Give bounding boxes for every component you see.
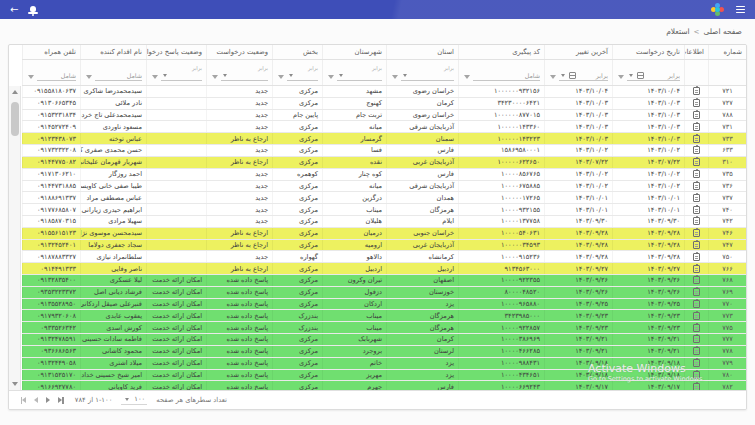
filter-cell-tracking_code[interactable]: شامل <box>458 60 544 85</box>
details-clipboard-icon[interactable] <box>693 324 700 332</box>
details-clipboard-icon[interactable] <box>693 135 700 143</box>
table-row[interactable]: ۷۴۰۱۴۰۳/۱۰/۰۱۱۴۰۳/۱۰/۰۱۱۰۰۰۰۹۳۲۱۵۵هرمزگا… <box>22 204 746 216</box>
chevron-down-icon[interactable] <box>163 74 167 77</box>
details-clipboard-icon[interactable] <box>693 241 700 249</box>
chevron-down-icon[interactable] <box>223 74 227 77</box>
app-logo-icon[interactable] <box>711 3 724 16</box>
filter-funnel-icon[interactable] <box>618 75 624 79</box>
scroll-up-icon[interactable] <box>9 86 21 98</box>
filter-cell-county[interactable]: برابر <box>322 60 386 85</box>
filter-cell-actor_name[interactable]: شامل <box>80 60 146 85</box>
column-header-district[interactable]: بخش <box>272 45 322 59</box>
cell-info[interactable] <box>684 145 708 156</box>
cell-info[interactable] <box>684 157 708 168</box>
column-header-status[interactable]: وضعیت درخواست <box>206 45 272 59</box>
cell-info[interactable] <box>684 275 708 286</box>
cell-info[interactable] <box>684 181 708 192</box>
filter-cell-province[interactable]: برابر <box>386 60 458 85</box>
filter-funnel-icon[interactable] <box>86 75 92 79</box>
previous-page-button[interactable] <box>34 397 38 403</box>
details-clipboard-icon[interactable] <box>693 383 700 390</box>
column-header-info[interactable]: اطلاعات <box>684 45 708 59</box>
column-header-last_change[interactable]: آخرین تغییر <box>544 45 612 59</box>
details-clipboard-icon[interactable] <box>693 371 700 379</box>
cell-info[interactable] <box>684 216 708 227</box>
chevron-down-icon[interactable] <box>561 74 565 77</box>
chevron-down-icon[interactable] <box>629 74 633 77</box>
filter-cell-district[interactable]: برابر <box>272 60 322 85</box>
cell-info[interactable] <box>684 204 708 215</box>
details-clipboard-icon[interactable] <box>693 300 700 308</box>
calendar-icon[interactable] <box>637 72 644 79</box>
vertical-scrollbar[interactable] <box>9 86 21 390</box>
details-clipboard-icon[interactable] <box>693 335 700 343</box>
cell-info[interactable] <box>684 299 708 310</box>
next-page-button[interactable] <box>46 397 50 403</box>
filter-funnel-icon[interactable] <box>550 75 556 79</box>
details-clipboard-icon[interactable] <box>693 347 700 355</box>
first-page-button[interactable] <box>21 397 26 404</box>
filter-input-county[interactable] <box>337 71 382 81</box>
details-clipboard-icon[interactable] <box>693 146 700 154</box>
filter-input-actor_name[interactable]: شامل <box>95 71 142 81</box>
table-row[interactable]: ۷۴۷۱۴۰۳/۰۹/۲۸۱۴۰۳/۰۹/۲۸۱۰۰۰۰۰۳۴۵۹۳آذربای… <box>22 240 746 252</box>
back-icon[interactable]: ← <box>10 5 18 15</box>
cell-info[interactable] <box>684 192 708 203</box>
details-clipboard-icon[interactable] <box>693 170 700 178</box>
filter-cell-phone[interactable]: شامل <box>22 60 80 85</box>
cell-info[interactable] <box>684 310 708 321</box>
filter-funnel-icon[interactable] <box>152 75 158 79</box>
cell-info[interactable] <box>684 240 708 251</box>
last-page-button[interactable] <box>58 397 63 404</box>
chevron-down-icon[interactable] <box>289 74 293 77</box>
filter-input-phone[interactable]: شامل <box>37 71 76 81</box>
cell-info[interactable] <box>684 370 708 381</box>
cell-info[interactable] <box>684 322 708 333</box>
table-row[interactable]: ۷۸۲۱۴۰۳/۰۹/۱۷۱۴۰۳/۰۹/۱۷۱۰۰۰۰۶۶۹۲۴۳فارسجه… <box>22 381 746 390</box>
column-header-response_status[interactable]: وضعیت پاسخ درخواست <box>146 45 206 59</box>
breadcrumb-home-link[interactable]: صفحه اصلی <box>703 27 742 36</box>
cell-info[interactable] <box>684 381 708 390</box>
chevron-down-icon[interactable] <box>403 74 407 77</box>
column-header-tracking_code[interactable]: کد پیگیری <box>458 45 544 59</box>
column-header-id[interactable]: شماره <box>708 45 746 59</box>
table-row[interactable]: ۷۳۵۱۴۰۳/۱۰/۰۲۱۴۰۳/۱۰/۰۲۱۰۰۰۰۸۵۶۷۶۵فارسکو… <box>22 169 746 181</box>
details-clipboard-icon[interactable] <box>693 194 700 202</box>
details-clipboard-icon[interactable] <box>693 253 700 261</box>
filter-cell-response_status[interactable]: برابر <box>146 60 206 85</box>
filter-cell-request_date[interactable]: برابر <box>612 60 684 85</box>
table-row[interactable]: ۳۱۰۱۴۰۳/۰۷/۲۲۱۴۰۳/۰۷/۲۲۱۰۰۰۰۰۶۲۲۶۵۰آذربا… <box>22 157 746 169</box>
cell-info[interactable] <box>684 133 708 144</box>
hamburger-menu-icon[interactable] <box>736 6 745 13</box>
column-header-request_date[interactable]: تاریخ درخواست <box>612 45 684 59</box>
filter-funnel-icon[interactable] <box>212 75 218 79</box>
table-row[interactable]: ۷۶۶۱۴۰۳/۰۹/۲۷۱۴۰۳/۰۹/۲۷۹۱۳۴۵۶۳۰۰۰اردبیلا… <box>22 263 746 275</box>
column-header-actor_name[interactable]: نام اقدام کننده <box>80 45 146 59</box>
table-row[interactable]: ۷۲۷۱۴۰۳/۱۰/۰۳۱۴۰۳/۱۰/۰۳۳۴۲۳۰۰۰۰۶۴۲۱کرمان… <box>22 98 746 110</box>
cell-info[interactable] <box>684 98 708 109</box>
filter-funnel-icon[interactable] <box>328 75 334 79</box>
details-clipboard-icon[interactable] <box>693 158 700 166</box>
filter-funnel-icon[interactable] <box>278 75 284 79</box>
table-row[interactable]: ۷۲۱۱۴۰۳/۱۰/۰۴۱۴۰۳/۱۰/۰۴۱۰۰۰۰۰۰۹۳۲۱۵۶خراس… <box>22 86 746 98</box>
filter-funnel-icon[interactable] <box>28 75 34 79</box>
details-clipboard-icon[interactable] <box>693 87 700 95</box>
calendar-icon[interactable] <box>569 72 576 79</box>
table-row[interactable]: ۷۷۸۱۴۰۳/۰۹/۲۱۱۴۰۳/۰۹/۲۱۱۰۰۰۰۴۶۶۲۸۵لرستان… <box>22 346 746 358</box>
cell-info[interactable] <box>684 251 708 262</box>
filter-cell-status[interactable]: برابر <box>206 60 272 85</box>
table-row[interactable]: ۶۳۳۱۴۰۳/۱۰/۰۲۱۴۰۳/۱۰/۰۲۱۵۸۶۹۵۸۰۰۰۱فارسفس… <box>22 145 746 157</box>
column-header-phone[interactable]: تلفن همراه <box>22 45 80 59</box>
details-clipboard-icon[interactable] <box>693 276 700 284</box>
details-clipboard-icon[interactable] <box>693 206 700 214</box>
cell-info[interactable] <box>684 346 708 357</box>
column-header-county[interactable]: شهرستان <box>322 45 386 59</box>
table-row[interactable]: ۷۵۰۱۴۰۳/۰۹/۲۸۱۴۰۳/۰۹/۲۸۱۰۰۰۰۹۱۵۲۳۶کرمانش… <box>22 251 746 263</box>
chevron-down-icon[interactable] <box>339 74 343 77</box>
table-row[interactable]: ۷۸۰۱۴۰۳/۰۹/۱۸۱۴۰۳/۰۹/۱۸۱۰۰۰۰۴۳۴۶۵۱یزدمهر… <box>22 370 746 382</box>
filter-input-last_change[interactable]: برابر <box>559 71 608 81</box>
filter-input-district[interactable] <box>287 71 318 81</box>
table-row[interactable]: ۷۷۷۱۴۰۳/۰۹/۲۱۱۴۰۳/۰۹/۲۱۱۰۰۰۰۳۸۶۹۶۹کرمانش… <box>22 334 746 346</box>
notifications-bell-icon[interactable] <box>30 6 36 12</box>
cell-info[interactable] <box>684 287 708 298</box>
